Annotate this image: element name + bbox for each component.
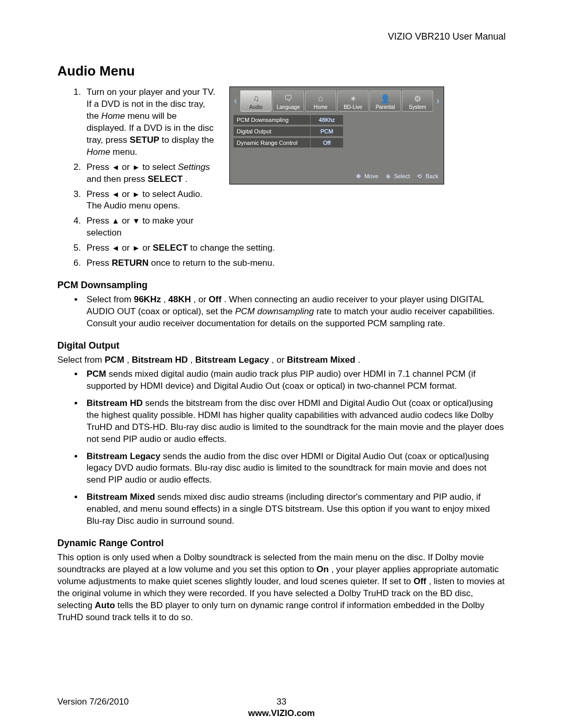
arrow-right-icon: ► — [132, 162, 140, 172]
star-icon: ✶ — [338, 93, 368, 104]
steps-list: Turn on your player and your TV. If a DV… — [57, 87, 219, 239]
off-bold: Off — [413, 576, 426, 586]
bitstream-mixed-bold: Bitstream Mixed — [87, 492, 155, 502]
home-italic-2: Home — [87, 147, 110, 157]
step-6: Press RETURN once to return to the sub-m… — [83, 257, 506, 269]
pcm-heading: PCM Downsampling — [57, 280, 506, 291]
arrow-left-icon: ◄ — [112, 189, 119, 200]
osd-tab-label: Audio — [241, 104, 271, 110]
header-title: VIZIO VBR210 User Manual — [57, 31, 506, 42]
pcm-downsampling-italic: PCM downsampling — [235, 306, 314, 316]
setup-bold: SETUP — [130, 135, 160, 145]
osd-tab-parental: 👤 Parental — [370, 90, 401, 112]
arrow-left-icon: ◄ — [112, 162, 119, 172]
osd-tab-label: Parental — [370, 104, 400, 110]
osd-row-label: PCM Downsampling — [233, 115, 310, 125]
music-note-icon: ♫ — [241, 93, 271, 104]
digital-output-bullets: PCM sends mixed digital audio (main audi… — [57, 368, 506, 527]
return-bold: RETURN — [112, 258, 149, 268]
bitstream-legacy-bold: Bitstream Legacy — [87, 451, 161, 461]
footer-url: www.VIZIO.com — [57, 708, 506, 719]
osd-tab-language: 🗨 Language — [273, 90, 304, 112]
footer-page-number: 33 — [57, 697, 506, 707]
osd-row-value: 48Khz — [310, 115, 344, 125]
osd-hint-label: Back — [426, 173, 438, 179]
osd-nav-left-icon: ‹ — [232, 90, 239, 112]
steps-column: Turn on your player and your TV. If a DV… — [57, 87, 219, 242]
step-2b: or — [122, 162, 132, 172]
pcm-bold: PCM — [105, 355, 125, 365]
96khz-bold: 96KHz — [134, 294, 161, 304]
bitstream-hd-bold: Bitstream HD — [87, 398, 143, 408]
osd-tab-label: BD-Live — [338, 104, 368, 110]
dig-bullet-bmx: Bitstream Mixed sends mixed disc audio s… — [83, 491, 506, 527]
step-2: Press ◄ or ► to select Settings and then… — [83, 162, 219, 186]
step-5e: to change the setting. — [190, 243, 275, 253]
off-bold: Off — [209, 294, 222, 304]
home-icon: ⌂ — [305, 93, 336, 104]
bitstream-mixed-bold: Bitstream Mixed — [287, 355, 355, 365]
dig-li1-b: sends mixed digital audio (main audio tr… — [87, 369, 475, 391]
osd-tab-home: ⌂ Home — [305, 90, 336, 112]
pcm-b1c: , — [163, 294, 168, 304]
osd-items: PCM Downsampling 48Khz Digital Output PC… — [230, 114, 444, 152]
osd-tab-label: Language — [273, 104, 303, 110]
step-2g: . — [185, 174, 188, 184]
dig-bullet-bhd: Bitstream HD sends the bitstream from th… — [83, 398, 506, 446]
drc-paragraph: This option is only used when a Dolby so… — [57, 552, 506, 624]
step-6c: once to return to the sub-menu. — [151, 258, 275, 268]
step-4b: or — [122, 216, 132, 226]
settings-italic: Settings — [178, 162, 210, 172]
step-5c: or — [142, 243, 153, 253]
osd-tab-bar: ‹ ♫ Audio 🗨 Language ⌂ Home ✶ BD-Live — [230, 87, 444, 114]
osd-hint-label: Move — [364, 173, 378, 179]
dig-li2-b: sends the bitstream from the disc over H… — [87, 398, 504, 444]
step-5: Press ◄ or ► or SELECT to change the set… — [83, 242, 506, 254]
step-2a: Press — [87, 162, 112, 172]
arrow-right-icon: ► — [132, 189, 140, 200]
arrow-up-icon: ▲ — [112, 216, 119, 226]
dig-intro-g: , or — [272, 355, 287, 365]
osd-tab-audio: ♫ Audio — [240, 90, 272, 112]
osd-tab-label: Home — [305, 104, 336, 110]
osd-row: PCM Downsampling 48Khz — [233, 115, 440, 125]
select-bold: SELECT — [153, 243, 188, 253]
back-icon: ⟲ — [417, 173, 422, 180]
select-icon: ⊕ — [386, 173, 390, 180]
pcm-b1e: , or — [193, 294, 209, 304]
osd-hint-label: Select — [394, 173, 410, 179]
osd-row: Digital Output PCM — [233, 126, 440, 137]
person-icon: 👤 — [370, 93, 400, 104]
drc-p4: tells the BD player to only turn on dyna… — [57, 600, 484, 622]
osd-row-value: PCM — [310, 126, 344, 137]
osd-row-value: Off — [310, 138, 344, 148]
osd-hint-move: ✥ Move — [356, 173, 378, 180]
auto-bold: Auto — [95, 600, 115, 610]
dig-bullet-bleg: Bitstream Legacy sends the audio from th… — [83, 451, 506, 487]
step-1-text-g: menu. — [113, 147, 137, 157]
step-3b: or — [122, 189, 132, 199]
step-4a: Press — [87, 216, 112, 226]
drc-heading: Dynamic Range Control — [57, 538, 506, 549]
arrow-left-icon: ◄ — [112, 243, 119, 253]
arrow-right-icon: ► — [132, 243, 140, 253]
dig-intro-c: , — [127, 355, 131, 365]
bitstream-hd-bold: Bitstream HD — [132, 355, 188, 365]
48kh-bold: 48KH — [168, 294, 191, 304]
bitstream-legacy-bold: Bitstream Legacy — [195, 355, 270, 365]
arrow-down-icon: ▼ — [132, 216, 140, 226]
pcm-bullets: Select from 96KHz , 48KH , or Off . When… — [57, 294, 506, 330]
digital-output-intro: Select from PCM , Bitstream HD , Bitstre… — [57, 354, 506, 366]
on-bold: On — [316, 564, 329, 574]
steps-list-cont: Press ◄ or ► or SELECT to change the set… — [57, 242, 506, 269]
pcm-bold: PCM — [87, 369, 106, 379]
osd-hint-back: ⟲ Back — [417, 173, 438, 180]
osd-screenshot: ‹ ♫ Audio 🗨 Language ⌂ Home ✶ BD-Live — [229, 87, 444, 184]
osd-row-label: Digital Output — [233, 126, 310, 137]
osd-tab-system: ⚙ System — [402, 90, 433, 112]
page: VIZIO VBR210 User Manual Audio Menu Turn… — [0, 0, 563, 728]
osd-row-label: Dynamic Range Control — [233, 138, 310, 148]
step-4: Press ▲ or ▼ to make your selection — [83, 215, 219, 239]
step-3a: Press — [87, 189, 112, 199]
move-icon: ✥ — [356, 173, 361, 180]
